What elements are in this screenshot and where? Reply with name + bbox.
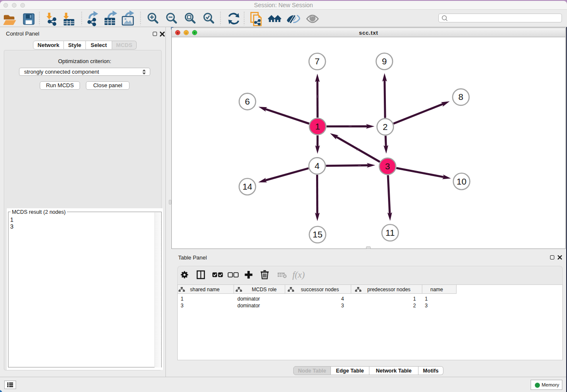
svg-text:7: 7 [315,56,320,66]
svg-text:2: 2 [383,122,388,132]
svg-text:11: 11 [385,228,395,237]
svg-text:6: 6 [245,97,250,106]
svg-text:8: 8 [458,92,463,102]
svg-text:14: 14 [242,182,253,191]
svg-text:3: 3 [385,161,390,171]
svg-text:15: 15 [313,229,322,239]
svg-text:4: 4 [315,161,320,171]
svg-text:9: 9 [382,56,387,66]
svg-text:1: 1 [315,121,320,131]
svg-text:10: 10 [457,177,466,186]
svg-text:f(x): f(x) [292,270,305,280]
